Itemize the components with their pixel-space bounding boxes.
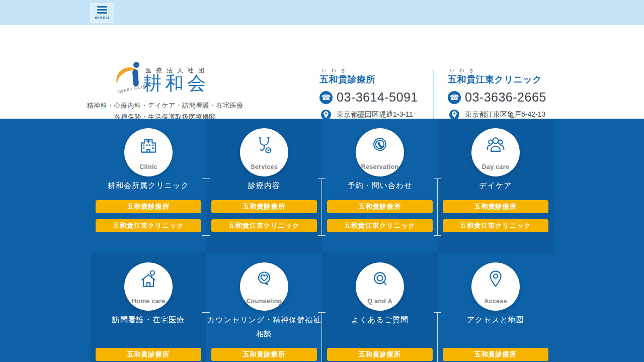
clinic-info-iwaki-koto-clinic: いわき 五和貴江東クリニック ☎ 03-3636-2665 東京都江東区亀戸6-…	[448, 67, 569, 120]
clinic-info-iwaki-shinryojo: いわき 五和貴診療所 ☎ 03-3614-5091 東京都墨田区堤通1-3-11	[319, 67, 440, 120]
page: menu IWAKI CLINIC 医療法人社団 耕和会 精神科・心療内科・デイ…	[0, 0, 644, 362]
phone-icon: ☎	[448, 91, 461, 104]
card-icon-circle[interactable]: Services	[240, 128, 288, 176]
card-home-care: Home care 訪問看護・在宅医療 五和貴診療所	[91, 253, 206, 362]
map-pin-icon	[485, 267, 507, 291]
card-icon-circle[interactable]: Home care	[124, 262, 173, 311]
phone-icon: ☎	[319, 91, 333, 104]
card-icon-circle[interactable]: Reservation	[356, 128, 404, 176]
q-icon	[369, 267, 391, 291]
header-tagline-1: 精神科・心療内科・デイケア・訪問看護・在宅医療	[85, 101, 246, 110]
iwaki-shinryojo-button[interactable]: 五和貴診療所	[443, 200, 548, 213]
card-title: よくあるご質問	[322, 313, 438, 327]
card-title: 診療内容	[206, 178, 322, 193]
house-person-icon	[137, 267, 159, 291]
iwaki-shinryojo-button[interactable]: 五和貴診療所	[211, 348, 317, 361]
menu-button-label: menu	[95, 15, 110, 20]
clinic-furigana: いわき	[450, 67, 569, 73]
iwaki-shinryojo-button[interactable]: 五和貴診療所	[327, 348, 433, 361]
card-icon-circle[interactable]: Counseling	[240, 262, 288, 311]
card-title: アクセスと地図	[438, 313, 553, 327]
card-icon-circle[interactable]: Q and A	[356, 262, 404, 311]
people-icon	[485, 133, 507, 157]
iwaki-shinryojo-button[interactable]: 五和貴診療所	[96, 348, 201, 361]
card-divider	[206, 178, 206, 236]
card-icon-circle[interactable]: Clinic	[124, 128, 173, 176]
card-title: カウンセリング・精神保健福祉相談	[206, 313, 322, 341]
card-title: 訪問看護・在宅医療	[91, 313, 206, 327]
card-label: Access	[471, 298, 520, 305]
iwaki-koto-clinic-button[interactable]: 五和貴江東クリニック	[96, 219, 201, 232]
card-reservation: Reservation 予約・問い合わせ 五和貴診療所 五和貴江東クリニック	[322, 119, 438, 253]
card-services: Services 診療内容 五和貴診療所 五和貴江東クリニック	[206, 119, 322, 253]
clinic-address: 東京都江東区亀戸6-42-13	[465, 110, 545, 119]
hamburger-icon	[97, 6, 107, 14]
iwaki-shinryojo-button[interactable]: 五和貴診療所	[211, 200, 317, 213]
card-label: Services	[240, 163, 288, 170]
card-icon-circle[interactable]: Access	[471, 262, 520, 311]
card-divider	[321, 312, 322, 362]
site-header: IWAKI CLINIC 医療法人社団 耕和会 精神科・心療内科・デイケア・訪問…	[0, 25, 644, 119]
card-label: Q and A	[356, 298, 404, 305]
iwaki-koto-clinic-button[interactable]: 五和貴江東クリニック	[211, 219, 317, 232]
iwaki-shinryojo-button[interactable]: 五和貴診療所	[327, 200, 433, 213]
clinic-furigana: いわき	[321, 67, 440, 73]
card-label: Reservation	[356, 163, 404, 170]
menu-button[interactable]: menu	[90, 3, 114, 23]
iwaki-koto-clinic-button[interactable]: 五和貴江東クリニック	[327, 219, 433, 232]
card-label: Counseling	[240, 298, 288, 305]
card-divider	[206, 312, 206, 362]
header-divider	[433, 69, 434, 119]
top-band: menu	[0, 0, 644, 25]
clinic-name: 五和貴診療所	[319, 73, 440, 85]
card-counseling: Counseling カウンセリング・精神保健福祉相談 五和貴診療所	[206, 253, 322, 362]
clinic-address: 東京都墨田区堤通1-3-11	[337, 110, 413, 119]
card-divider	[437, 178, 438, 236]
clinic-name: 五和貴江東クリニック	[448, 73, 569, 85]
clinic-phone-number: 03-3636-2665	[465, 90, 546, 105]
stethoscope-icon	[253, 133, 275, 157]
org-name[interactable]: 耕和会	[143, 71, 209, 96]
clinic-phone-number: 03-3614-5091	[337, 90, 418, 105]
card-divider	[321, 178, 322, 236]
card-label: Home care	[124, 298, 173, 305]
card-access: Access アクセスと地図 五和貴診療所	[438, 253, 553, 362]
card-divider	[437, 312, 438, 362]
heart-bubble-icon	[253, 267, 275, 291]
card-qa: Q and A よくあるご質問 五和貴診療所	[322, 253, 438, 362]
card-title: 予約・問い合わせ	[322, 178, 438, 193]
card-day-care: Day care デイケア 五和貴診療所 五和貴江東クリニック	[438, 119, 553, 253]
hospital-icon	[137, 133, 159, 157]
card-title: デイケア	[438, 178, 553, 193]
iwaki-shinryojo-button[interactable]: 五和貴診療所	[443, 348, 548, 361]
iwaki-shinryojo-button[interactable]: 五和貴診療所	[96, 200, 201, 213]
iwaki-koto-clinic-button[interactable]: 五和貴江東クリニック	[443, 219, 548, 232]
card-clinic: Clinic 耕和会所属クリニック 五和貴診療所 五和貴江東クリニック	[91, 119, 206, 253]
card-label: Clinic	[124, 163, 173, 170]
card-label: Day care	[471, 163, 520, 170]
phone-circle-icon	[369, 133, 391, 157]
card-icon-circle[interactable]: Day care	[471, 128, 520, 176]
card-title: 耕和会所属クリニック	[91, 178, 206, 193]
